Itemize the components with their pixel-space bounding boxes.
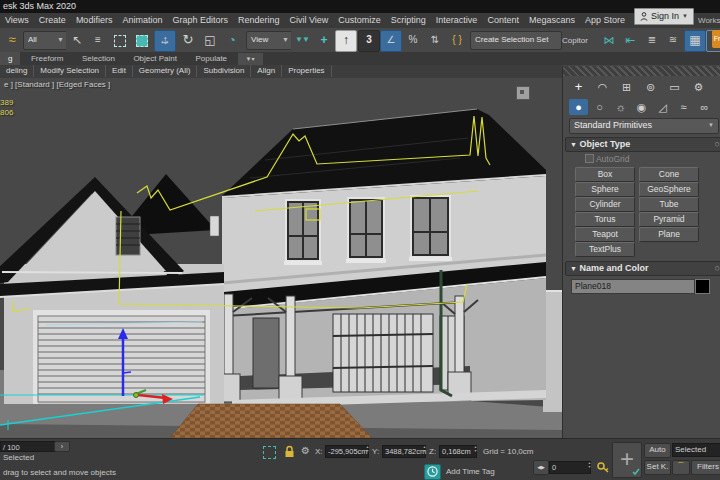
snap-toggle-3d-button[interactable]: 3 bbox=[358, 30, 380, 52]
tab-modeling[interactable]: g bbox=[0, 52, 20, 65]
fr-plugin-icon[interactable]: Fr bbox=[712, 30, 720, 48]
panel-edit[interactable]: Edit bbox=[106, 65, 133, 77]
name-color-rollout[interactable]: ▼ Name and Color ○ bbox=[565, 261, 720, 276]
select-by-name-icon[interactable]: ≡ bbox=[87, 30, 109, 52]
object-type-rollout[interactable]: ▼ Object Type ○ bbox=[565, 137, 720, 152]
geosphere-button[interactable]: GeoSphere bbox=[639, 182, 699, 197]
selected-set-dropdown[interactable]: Selected bbox=[672, 443, 720, 457]
panel-polygon-modeling[interactable]: deling bbox=[0, 65, 34, 77]
display-tab-icon[interactable]: ▭ bbox=[665, 79, 684, 95]
auto-key-button[interactable]: Auto bbox=[644, 443, 671, 458]
hierarchy-tab-icon[interactable]: ⊞ bbox=[617, 79, 636, 95]
workspaces-label[interactable]: Workspa bbox=[698, 16, 720, 25]
y-coordinate-field[interactable]: 3488,782cm bbox=[382, 445, 426, 458]
menu-content[interactable]: Content bbox=[482, 13, 524, 28]
add-time-tag-label[interactable]: Add Time Tag bbox=[446, 467, 495, 476]
geometry-category-icon[interactable]: ● bbox=[569, 99, 588, 115]
cameras-category-icon[interactable]: ◉ bbox=[632, 99, 651, 115]
menu-animation[interactable]: Animation bbox=[117, 13, 167, 28]
motion-tab-icon[interactable]: ⊚ bbox=[641, 79, 660, 95]
use-pivot-point-center-icon[interactable]: ▼▼ bbox=[291, 30, 313, 52]
menu-modifiers[interactable]: Modifiers bbox=[71, 13, 118, 28]
add-time-tag-icon[interactable] bbox=[424, 464, 441, 480]
current-frame-field[interactable]: 0 bbox=[549, 461, 591, 474]
textplus-button[interactable]: TextPlus bbox=[575, 242, 635, 257]
viewport-label[interactable]: e ] [Standard ] [Edged Faces ] bbox=[4, 80, 110, 89]
key-mode-toggle-button[interactable]: ◀▶ bbox=[533, 460, 549, 475]
panel-modify-selection[interactable]: Modify Selection bbox=[34, 65, 106, 77]
create-tab-icon[interactable]: + bbox=[569, 79, 588, 95]
menu-graph-editors[interactable]: Graph Editors bbox=[167, 13, 233, 28]
panel-align[interactable]: Align bbox=[251, 65, 282, 77]
mirror-icon[interactable]: ⋈ bbox=[598, 30, 620, 52]
menu-rendering[interactable]: Rendering bbox=[233, 13, 285, 28]
keyboard-shortcut-override-icon[interactable]: ↑ bbox=[335, 30, 357, 52]
helpers-category-icon[interactable]: ◿ bbox=[653, 99, 672, 115]
menu-interactive[interactable]: Interactive bbox=[431, 13, 483, 28]
lights-category-icon[interactable]: ☼ bbox=[611, 99, 630, 115]
menu-scripting[interactable]: Scripting bbox=[386, 13, 431, 28]
percent-snap-toggle-button[interactable]: % bbox=[402, 30, 424, 52]
frame-spinner[interactable]: ▴▾ bbox=[586, 461, 593, 469]
track-bar-frame-field[interactable]: / 100 bbox=[0, 441, 56, 452]
perspective-viewport[interactable]: e ] [Standard ] [Edged Faces ] 389 806 bbox=[0, 78, 562, 438]
sphere-button[interactable]: Sphere bbox=[575, 182, 635, 197]
cylinder-button[interactable]: Cylinder bbox=[575, 197, 635, 212]
plane-button[interactable]: Plane bbox=[639, 227, 699, 242]
teapot-button[interactable]: Teapot bbox=[575, 227, 635, 242]
shapes-category-icon[interactable]: ○ bbox=[590, 99, 609, 115]
selection-region-icon[interactable] bbox=[263, 446, 276, 459]
utilities-tab-icon[interactable]: ⚙ bbox=[689, 79, 708, 95]
systems-category-icon[interactable]: ∞ bbox=[695, 99, 714, 115]
box-button[interactable]: Box bbox=[575, 167, 635, 182]
tab-object-paint[interactable]: Object Paint bbox=[125, 52, 185, 65]
select-and-scale-button[interactable]: ◱ bbox=[199, 30, 221, 52]
layer-explorer-icon[interactable]: ≣ bbox=[641, 30, 663, 52]
select-and-place-button[interactable]: ◔ bbox=[221, 30, 243, 52]
menu-megascans[interactable]: Megascans bbox=[524, 13, 580, 28]
select-object-icon[interactable]: ↖ bbox=[66, 30, 88, 52]
menu-civil-view[interactable]: Civil View bbox=[284, 13, 333, 28]
named-selection-set-dropdown[interactable]: Create Selection Set▼ bbox=[470, 31, 562, 50]
menu-app-store[interactable]: App Store bbox=[580, 13, 630, 28]
reference-coordinate-system-dropdown[interactable]: View▼ bbox=[246, 31, 294, 50]
edit-named-selection-sets-icon[interactable]: { } bbox=[446, 30, 468, 52]
tube-button[interactable]: Tube bbox=[639, 197, 699, 212]
angle-snap-toggle-button[interactable]: ∠ bbox=[380, 30, 402, 52]
object-name-field[interactable]: Plane018 bbox=[571, 279, 695, 294]
menu-views[interactable]: Views bbox=[0, 13, 34, 28]
sign-in-button[interactable]: Sign In ▼ bbox=[634, 8, 694, 25]
menu-customize[interactable]: Customize bbox=[333, 13, 386, 28]
key-filters-button[interactable]: Filters bbox=[691, 460, 720, 475]
menu-create[interactable]: Create bbox=[34, 13, 71, 28]
key-icon[interactable] bbox=[597, 461, 610, 474]
spinner-snap-toggle-button[interactable]: ⇅ bbox=[424, 30, 446, 52]
set-key-button[interactable]: Set K. bbox=[644, 460, 671, 475]
panel-subdivision[interactable]: Subdivision bbox=[197, 65, 251, 77]
track-bar-expand-button[interactable]: › bbox=[54, 441, 70, 452]
x-spinner[interactable]: ▴▾ bbox=[364, 445, 371, 453]
x-coordinate-field[interactable]: -295,905cm bbox=[325, 445, 369, 458]
tab-selection[interactable]: Selection bbox=[74, 52, 123, 65]
tab-freeform[interactable]: Freeform bbox=[23, 52, 71, 65]
material-stack-icon[interactable]: ≋ bbox=[662, 30, 684, 52]
object-color-swatch[interactable] bbox=[695, 279, 710, 294]
primitive-category-dropdown[interactable]: Standard Primitives ▼ bbox=[569, 118, 719, 134]
key-filters-icon[interactable]: ⌒ bbox=[672, 460, 690, 475]
window-crossing-icon[interactable] bbox=[131, 30, 153, 52]
selection-filter-dropdown[interactable]: All▼ bbox=[23, 31, 69, 50]
large-plus-button[interactable]: + bbox=[612, 442, 642, 478]
viewport-widget-icon[interactable] bbox=[516, 86, 530, 100]
modify-tab-icon[interactable]: ◠ bbox=[593, 79, 612, 95]
bind-to-space-warp-icon[interactable]: ≈ bbox=[1, 30, 23, 52]
y-spinner[interactable]: ▴▾ bbox=[421, 445, 428, 453]
select-and-manipulate-icon[interactable]: + bbox=[313, 30, 335, 52]
absolute-mode-gear-icon[interactable]: ⚙ bbox=[301, 445, 310, 456]
lock-selection-icon[interactable] bbox=[284, 445, 295, 458]
copitor-button[interactable]: Copitor bbox=[562, 36, 588, 45]
panel-properties[interactable]: Properties bbox=[282, 65, 331, 77]
panel-geometry-all[interactable]: Geometry (All) bbox=[133, 65, 198, 77]
autogrid-checkbox[interactable]: AutoGrid bbox=[585, 154, 629, 164]
space-warps-category-icon[interactable]: ≈ bbox=[674, 99, 693, 115]
panel-grip[interactable] bbox=[563, 66, 720, 76]
